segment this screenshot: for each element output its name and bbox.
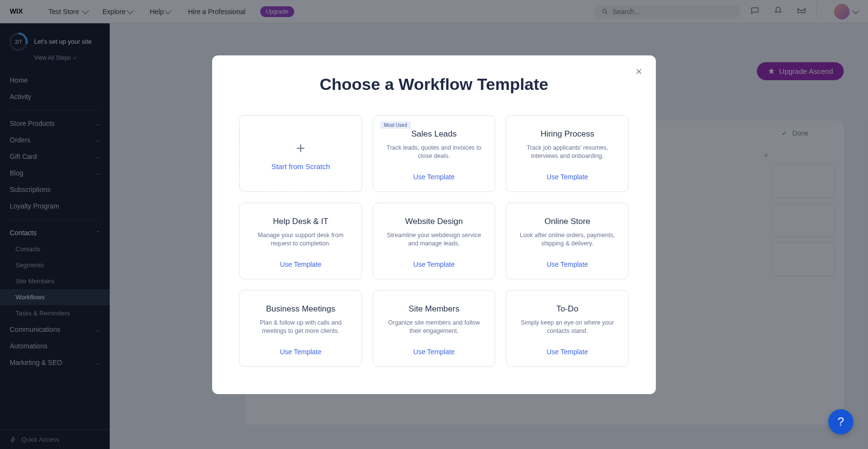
template-title: Website Design <box>405 217 463 226</box>
use-template-link[interactable]: Use Template <box>413 348 454 356</box>
template-card-site-members: Site Members Organize site members and f… <box>373 290 496 367</box>
modal-backdrop[interactable]: Choose a Workflow Template + Start from … <box>0 0 868 449</box>
most-used-tag: Most Used <box>380 121 411 129</box>
template-desc: Track leads, quotes and invoices to clos… <box>383 144 485 167</box>
template-title: Online Store <box>544 217 590 226</box>
template-title: Business Meetings <box>266 304 335 314</box>
template-desc: Simply keep an eye on where your contact… <box>516 319 618 342</box>
use-template-link[interactable]: Use Template <box>547 348 588 356</box>
template-desc: Look after online orders, payments, ship… <box>516 231 618 255</box>
template-title: Site Members <box>409 304 460 314</box>
template-desc: Plan & follow up with calls and meetings… <box>250 319 352 342</box>
question-icon: ? <box>837 415 844 429</box>
template-desc: Track job applicants' resumes, interview… <box>516 144 618 167</box>
modal-title: Choose a Workflow Template <box>239 75 629 94</box>
template-card-online-store: Online Store Look after online orders, p… <box>506 203 629 279</box>
template-card-to-do: To-Do Simply keep an eye on where your c… <box>506 290 629 367</box>
template-card-website-design: Website Design Streamline your webdesign… <box>373 203 496 279</box>
template-desc: Streamline your webdesign service and ma… <box>383 231 485 255</box>
use-template-link[interactable]: Use Template <box>547 260 588 268</box>
close-icon <box>635 68 642 75</box>
template-grid: + Start from Scratch Most Used Sales Lea… <box>239 115 629 367</box>
scratch-label: Start from Scratch <box>271 162 330 171</box>
plus-icon: + <box>296 139 305 157</box>
template-card-business-meetings: Business Meetings Plan & follow up with … <box>239 290 362 367</box>
use-template-link[interactable]: Use Template <box>413 173 454 181</box>
help-fab-button[interactable]: ? <box>828 409 853 434</box>
close-button[interactable] <box>635 67 642 77</box>
use-template-link[interactable]: Use Template <box>280 348 321 356</box>
template-desc: Manage your support desk from request to… <box>250 231 352 255</box>
workflow-template-modal: Choose a Workflow Template + Start from … <box>212 55 656 394</box>
start-from-scratch-card[interactable]: + Start from Scratch <box>239 115 362 192</box>
template-title: To-Do <box>556 304 578 314</box>
use-template-link[interactable]: Use Template <box>547 173 588 181</box>
template-card-help-desk: Help Desk & IT Manage your support desk … <box>239 203 362 279</box>
use-template-link[interactable]: Use Template <box>280 260 321 268</box>
template-title: Hiring Process <box>540 129 594 139</box>
template-desc: Organize site members and follow their e… <box>383 319 485 342</box>
template-title: Help Desk & IT <box>273 217 328 226</box>
template-card-sales-leads: Most Used Sales Leads Track leads, quote… <box>373 115 496 192</box>
template-card-hiring-process: Hiring Process Track job applicants' res… <box>506 115 629 192</box>
template-title: Sales Leads <box>411 129 457 139</box>
use-template-link[interactable]: Use Template <box>413 260 454 268</box>
